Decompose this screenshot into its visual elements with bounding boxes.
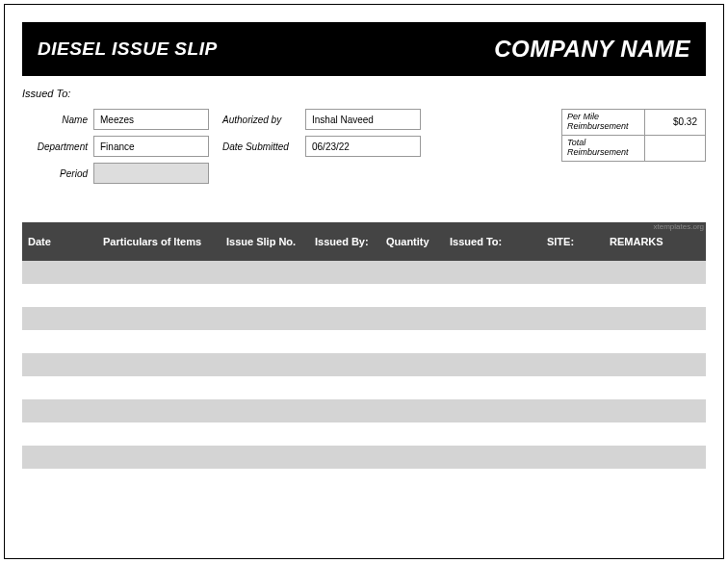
total-reimb-row: Total Reimbursement	[561, 136, 706, 162]
company-name: COMPANY NAME	[494, 36, 690, 63]
th-site: SITE:	[517, 236, 604, 247]
form-column-left: Name Meezes Department Finance Period	[22, 109, 209, 184]
per-mile-row: Per Mile Reimbursement $0.32	[561, 109, 706, 136]
name-field-row: Name Meezes	[22, 109, 209, 130]
authorized-label: Authorized by	[222, 115, 299, 125]
document-title: DIESEL ISSUE SLIP	[38, 38, 218, 60]
header-bar: DIESEL ISSUE SLIP COMPANY NAME	[22, 22, 706, 76]
total-reimb-value	[645, 136, 705, 161]
date-submitted-input[interactable]: 06/23/22	[305, 136, 421, 157]
total-reimb-label: Total Reimbursement	[562, 136, 645, 161]
form-column-middle: Authorized by Inshal Naveed Date Submitt…	[222, 109, 421, 157]
period-field-row: Period	[22, 163, 209, 184]
th-remarks: REMARKS	[604, 236, 700, 247]
table-row[interactable]	[22, 353, 706, 376]
table-row[interactable]	[22, 376, 706, 399]
th-date: Date	[22, 236, 97, 247]
table-row[interactable]	[22, 284, 706, 307]
department-input[interactable]: Finance	[93, 136, 209, 157]
period-label: Period	[22, 168, 88, 179]
reimbursement-box: Per Mile Reimbursement $0.32 Total Reimb…	[561, 109, 706, 162]
table-header: Date Particulars of Items Issue Slip No.…	[22, 222, 706, 261]
th-issued-by: Issued By:	[309, 236, 380, 247]
department-label: Department	[22, 141, 88, 152]
table-container: Date Particulars of Items Issue Slip No.…	[22, 222, 706, 469]
th-particulars: Particulars of Items	[97, 236, 221, 247]
date-submitted-label: Date Submitted	[222, 141, 299, 152]
watermark: xtemplates.org	[654, 222, 704, 231]
form-area: Name Meezes Department Finance Period Au…	[22, 109, 706, 184]
table-body	[22, 261, 706, 469]
table-row[interactable]	[22, 399, 706, 422]
th-issued-to: Issued To:	[444, 236, 517, 247]
authorized-input[interactable]: Inshal Naveed	[305, 109, 421, 130]
table-row[interactable]	[22, 330, 706, 353]
name-label: Name	[22, 115, 88, 125]
th-slip-no: Issue Slip No.	[221, 236, 309, 247]
department-field-row: Department Finance	[22, 136, 209, 157]
table-row[interactable]	[22, 261, 706, 284]
table-row[interactable]	[22, 307, 706, 330]
table-row[interactable]	[22, 422, 706, 446]
authorized-field-row: Authorized by Inshal Naveed	[222, 109, 421, 130]
issued-to-label: Issued To:	[22, 88, 706, 99]
document-frame: DIESEL ISSUE SLIP COMPANY NAME Issued To…	[4, 4, 724, 559]
th-quantity: Quantity	[380, 236, 444, 247]
per-mile-value: $0.32	[645, 110, 705, 135]
table-row[interactable]	[22, 446, 706, 469]
period-input[interactable]	[93, 163, 209, 184]
per-mile-label: Per Mile Reimbursement	[562, 110, 645, 135]
date-submitted-field-row: Date Submitted 06/23/22	[222, 136, 421, 157]
name-input[interactable]: Meezes	[93, 109, 209, 130]
